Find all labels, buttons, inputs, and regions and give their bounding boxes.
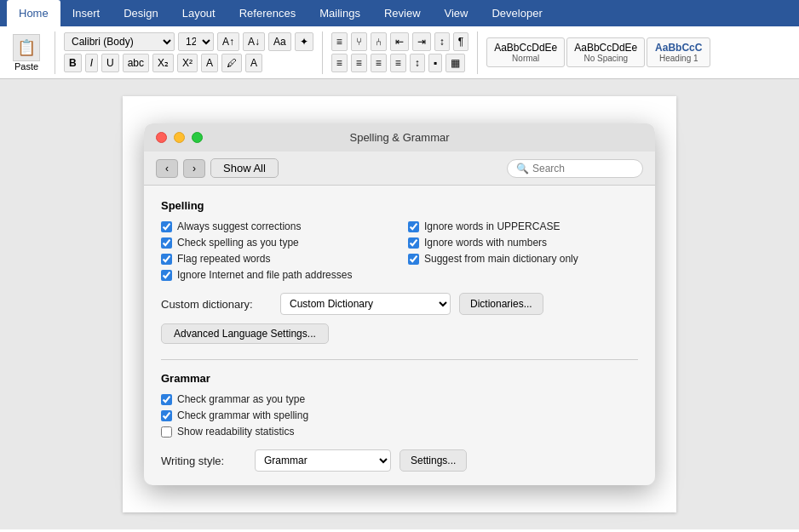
checkbox-ignore-uppercase-input[interactable]: [408, 221, 419, 232]
checkbox-grammar-with-spelling[interactable]: Check grammar with spelling: [161, 409, 638, 421]
tab-developer[interactable]: Developer: [480, 0, 554, 26]
show-all-button[interactable]: Show All: [210, 158, 279, 178]
checkbox-check-grammar[interactable]: Check grammar as you type: [161, 393, 638, 405]
style-heading1[interactable]: AaBbCcC Heading 1: [647, 37, 710, 67]
checkbox-check-spelling-input[interactable]: [161, 237, 172, 249]
style-normal-preview: AaBbCcDdEe: [494, 42, 557, 54]
font-row-2: B I U abc X₂ X² A 🖊 A: [64, 54, 313, 72]
custom-dict-select[interactable]: Custom Dictionary: [280, 293, 451, 315]
borders-button[interactable]: ▦: [445, 54, 465, 72]
shading-button[interactable]: ▪: [428, 54, 442, 72]
align-left-button[interactable]: ≡: [331, 54, 348, 72]
nav-forward-button[interactable]: ›: [183, 159, 205, 178]
section-divider: [161, 359, 638, 360]
shrink-font-button[interactable]: A↓: [243, 32, 265, 51]
tab-references[interactable]: References: [227, 0, 308, 26]
checkbox-always-suggest[interactable]: Always suggest corrections: [161, 220, 391, 232]
tab-insert[interactable]: Insert: [60, 0, 112, 26]
underline-button[interactable]: U: [101, 54, 119, 72]
style-normal[interactable]: AaBbCcDdEe Normal: [486, 37, 565, 67]
superscript-button[interactable]: X²: [177, 54, 198, 72]
writing-style-row: Writing style: Grammar Settings...: [161, 449, 638, 472]
subscript-button[interactable]: X₂: [152, 54, 174, 72]
checkbox-ignore-internet-input[interactable]: [161, 270, 172, 281]
writing-style-label: Writing style:: [161, 455, 246, 467]
style-no-spacing-preview: AaBbCcDdEe: [574, 42, 637, 54]
dialog-overlay: Spelling & Grammar ‹ › Show All 🔍 Spelli…: [0, 79, 799, 529]
tab-review[interactable]: Review: [372, 0, 433, 26]
checkbox-check-grammar-input[interactable]: [161, 394, 172, 405]
checkbox-main-dict-only-input[interactable]: [408, 254, 419, 265]
font-name-select[interactable]: Calibri (Body): [64, 32, 175, 51]
checkbox-flag-repeated[interactable]: Flag repeated words: [161, 253, 391, 265]
checkbox-check-spelling[interactable]: Check spelling as you type: [161, 237, 391, 249]
line-spacing-button[interactable]: ↕: [410, 54, 425, 72]
tab-view[interactable]: View: [433, 0, 480, 26]
checkbox-grammar-with-spelling-input[interactable]: [161, 410, 172, 421]
nav-back-button[interactable]: ‹: [156, 159, 178, 178]
checkbox-readability-label: Show readability statistics: [177, 426, 294, 438]
font-size-select[interactable]: 12: [178, 32, 214, 51]
bold-button[interactable]: B: [64, 54, 82, 72]
paste-icon: 📋: [13, 34, 40, 61]
italic-button[interactable]: I: [85, 54, 98, 72]
checkbox-flag-repeated-input[interactable]: [161, 254, 172, 265]
grow-font-button[interactable]: A↑: [217, 32, 239, 51]
checkbox-ignore-internet[interactable]: Ignore Internet and file path addresses: [161, 269, 638, 281]
checkbox-ignore-internet-label: Ignore Internet and file path addresses: [177, 269, 352, 281]
custom-dictionary-row: Custom dictionary: Custom Dictionary Dic…: [161, 293, 638, 315]
close-button[interactable]: [156, 132, 167, 143]
ribbon-divider-1: [55, 31, 55, 74]
clear-format-button[interactable]: ✦: [295, 32, 313, 51]
change-case-button[interactable]: Aa: [268, 32, 291, 51]
minimize-button[interactable]: [174, 132, 185, 143]
checkbox-ignore-numbers-label: Ignore words with numbers: [424, 237, 547, 249]
align-center-button[interactable]: ≡: [351, 54, 367, 72]
tab-home[interactable]: Home: [7, 0, 60, 26]
bullets-button[interactable]: ≡: [331, 32, 348, 51]
multilevel-button[interactable]: ⑃: [371, 32, 387, 51]
strikethrough-button[interactable]: abc: [123, 54, 149, 72]
tab-mailings[interactable]: Mailings: [308, 0, 372, 26]
checkbox-always-suggest-input[interactable]: [161, 221, 172, 232]
tab-layout[interactable]: Layout: [170, 0, 227, 26]
align-right-button[interactable]: ≡: [371, 54, 387, 72]
settings-button[interactable]: Settings...: [400, 449, 467, 472]
checkbox-ignore-uppercase[interactable]: Ignore words in UPPERCASE: [408, 220, 638, 232]
grammar-checkboxes: Check grammar as you type Check grammar …: [161, 393, 638, 438]
style-heading1-label: Heading 1: [654, 54, 703, 63]
tab-design[interactable]: Design: [112, 0, 170, 26]
text-color-button[interactable]: A: [245, 54, 262, 72]
decrease-indent-button[interactable]: ⇤: [390, 32, 409, 51]
maximize-button[interactable]: [192, 132, 203, 143]
font-row-1: Calibri (Body) 12 A↑ A↓ Aa ✦: [64, 32, 313, 51]
dialog-title: Spelling & Grammar: [349, 131, 449, 144]
ribbon-bar: 📋 Paste Calibri (Body) 12 A↑ A↓ Aa ✦ B I…: [0, 26, 799, 79]
search-box: 🔍: [507, 159, 643, 178]
font-color-button[interactable]: A: [201, 54, 218, 72]
checkbox-ignore-numbers[interactable]: Ignore words with numbers: [408, 237, 638, 249]
advanced-language-button[interactable]: Advanced Language Settings...: [161, 323, 329, 344]
document-area: Qualificaoitns Qualifications Neccceessa…: [0, 79, 799, 529]
grammar-section: Grammar Check grammar as you type Check …: [161, 372, 638, 472]
paste-button[interactable]: 📋 Paste: [7, 31, 46, 74]
numbering-button[interactable]: ⑂: [351, 32, 367, 51]
checkbox-main-dict-only[interactable]: Suggest from main dictionary only: [408, 253, 638, 265]
dictionaries-button[interactable]: Dictionaries...: [459, 293, 543, 315]
style-no-spacing[interactable]: AaBbCcDdEe No Spacing: [566, 37, 645, 67]
checkbox-ignore-numbers-input[interactable]: [408, 237, 419, 249]
spelling-checkboxes: Always suggest corrections Ignore words …: [161, 220, 638, 281]
checkbox-grammar-with-spelling-label: Check grammar with spelling: [177, 409, 308, 421]
checkbox-always-suggest-label: Always suggest corrections: [177, 220, 301, 232]
highlight-button[interactable]: 🖊: [221, 54, 242, 72]
paste-label: Paste: [14, 61, 38, 72]
increase-indent-button[interactable]: ⇥: [412, 32, 431, 51]
checkbox-readability[interactable]: Show readability statistics: [161, 426, 638, 438]
checkbox-readability-input[interactable]: [161, 426, 172, 438]
search-input[interactable]: [532, 163, 643, 174]
writing-style-select[interactable]: Grammar: [255, 449, 391, 472]
show-marks-button[interactable]: ¶: [453, 32, 468, 51]
sort-button[interactable]: ↕: [434, 32, 450, 51]
justify-button[interactable]: ≡: [390, 54, 406, 72]
dialog-content: Spelling Always suggest corrections Igno…: [144, 186, 655, 485]
